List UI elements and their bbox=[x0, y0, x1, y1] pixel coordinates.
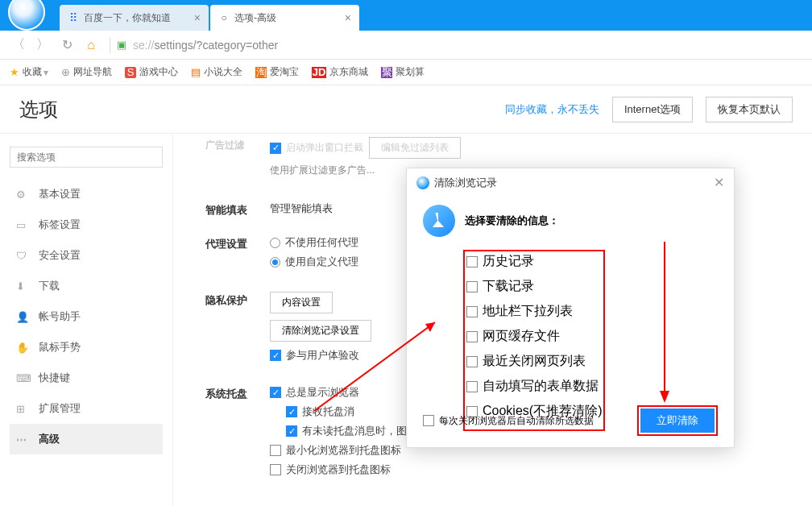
manage-smartfill-link[interactable]: 管理智能填表 bbox=[270, 202, 333, 214]
clear-history-settings-button[interactable]: 清除浏览记录设置 bbox=[270, 320, 371, 342]
broom-icon bbox=[423, 205, 455, 237]
browser-logo-icon bbox=[8, 0, 45, 31]
tab-close-icon[interactable]: × bbox=[345, 11, 351, 24]
url-field[interactable]: se://settings/?category=other bbox=[133, 39, 278, 52]
checkbox-recent-closed[interactable] bbox=[466, 356, 478, 367]
clear-history-dialog: 清除浏览记录 ✕ 选择要清除的信息： 历史记录 下载记录 地址栏下拉列表 网页缓… bbox=[406, 168, 735, 448]
sync-link[interactable]: 同步收藏，永不丢失 bbox=[505, 102, 599, 117]
clear-now-button[interactable]: 立即清除 bbox=[640, 409, 715, 433]
tabs-icon: ▭ bbox=[16, 219, 31, 231]
radio-no-proxy[interactable] bbox=[270, 238, 280, 248]
tab-title: 选项-高级 bbox=[234, 11, 276, 25]
titlebar: ⠿ 百度一下，你就知道 × ○ 选项-高级 × bbox=[0, 0, 812, 31]
checkbox-downloads[interactable] bbox=[466, 281, 478, 292]
sidebar-item-download[interactable]: ⬇下载 bbox=[10, 271, 163, 301]
checkbox-minimize-tray[interactable] bbox=[270, 445, 281, 456]
checkbox-popup[interactable] bbox=[270, 143, 281, 154]
dialog-close-button[interactable]: ✕ bbox=[714, 175, 724, 190]
edit-filter-button[interactable]: 编辑免过滤列表 bbox=[369, 137, 461, 159]
grid-icon: ⊞ bbox=[16, 403, 31, 415]
section-adfilter: 广告过滤 bbox=[205, 137, 270, 177]
sidebar-item-account[interactable]: 👤帐号助手 bbox=[10, 301, 163, 332]
shield-icon: 🛡 bbox=[16, 250, 31, 262]
checkbox-form-data[interactable] bbox=[466, 381, 478, 392]
section-proxy: 代理设置 bbox=[205, 235, 270, 274]
book-icon: ▤ bbox=[191, 66, 201, 78]
tab-baidu[interactable]: ⠿ 百度一下，你就知道 × bbox=[60, 5, 209, 31]
separator bbox=[110, 37, 110, 53]
bookmarks-bar: ★收藏 ▾ ⊕网址导航 S游戏中心 ▤小说大全 淘爱淘宝 JD京东商城 聚聚划算 bbox=[0, 60, 812, 85]
checkbox-ux[interactable] bbox=[270, 350, 281, 361]
hand-icon: ✋ bbox=[16, 342, 31, 354]
checkbox-addressbar[interactable] bbox=[466, 306, 478, 317]
page-title: 选项 bbox=[19, 97, 58, 122]
annotation-red-box-2: 立即清除 bbox=[637, 405, 718, 436]
checkbox-auto-clear[interactable] bbox=[423, 415, 434, 426]
search-input[interactable] bbox=[10, 147, 163, 168]
sidebar-item-tabs[interactable]: ▭标签设置 bbox=[10, 209, 163, 240]
url-path: settings/?category=other bbox=[154, 39, 278, 52]
tab-title: 百度一下，你就知道 bbox=[84, 11, 171, 25]
game-icon: S bbox=[125, 67, 136, 78]
sidebar-item-basic[interactable]: ⚙基本设置 bbox=[10, 179, 163, 209]
ju-icon: 聚 bbox=[381, 67, 392, 78]
bookmark-nav[interactable]: ⊕网址导航 bbox=[61, 65, 112, 79]
dialog-icon bbox=[416, 176, 429, 189]
checkbox-always-show[interactable] bbox=[270, 387, 281, 398]
checkbox-flash[interactable] bbox=[286, 425, 297, 437]
sidebar-item-shortcut[interactable]: ⌨快捷键 bbox=[10, 363, 163, 393]
reload-button[interactable]: ↻ bbox=[56, 35, 77, 56]
shield-icon: ▣ bbox=[117, 39, 126, 51]
taobao-icon: 淘 bbox=[255, 67, 267, 78]
sidebar-item-extension[interactable]: ⊞扩展管理 bbox=[10, 393, 163, 424]
keyboard-icon: ⌨ bbox=[16, 372, 31, 384]
forward-button[interactable]: 〉 bbox=[32, 35, 53, 56]
settings-favicon-icon: ○ bbox=[218, 12, 230, 23]
home-button[interactable]: ⌂ bbox=[81, 35, 102, 56]
address-bar: 〈 〉 ↻ ⌂ ▣ se://settings/?category=other bbox=[0, 31, 812, 60]
gear-icon: ⚙ bbox=[16, 189, 31, 201]
bookmark-taobao[interactable]: 淘爱淘宝 bbox=[255, 65, 299, 79]
star-icon: ★ bbox=[10, 66, 19, 78]
tabs-container: ⠿ 百度一下，你就知道 × ○ 选项-高级 × bbox=[60, 5, 361, 31]
tab-settings[interactable]: ○ 选项-高级 × bbox=[210, 5, 359, 31]
bookmark-game[interactable]: S游戏中心 bbox=[125, 65, 178, 79]
bookmark-favorites[interactable]: ★收藏 ▾ bbox=[10, 65, 48, 79]
internet-options-button[interactable]: Internet选项 bbox=[612, 97, 693, 122]
bookmark-jd[interactable]: JD京东商城 bbox=[312, 65, 368, 79]
dialog-heading: 选择要清除的信息： bbox=[465, 214, 559, 228]
jd-icon: JD bbox=[312, 67, 326, 78]
radio-custom-proxy[interactable] bbox=[270, 257, 280, 268]
more-icon: ⋯ bbox=[16, 433, 31, 446]
sidebar-item-gesture[interactable]: ✋鼠标手势 bbox=[10, 332, 163, 363]
user-icon: 👤 bbox=[16, 311, 31, 323]
annotation-red-box: 历史记录 下载记录 地址栏下拉列表 网页缓存文件 最近关闭网页列表 自动填写的表… bbox=[463, 250, 605, 431]
sidebar-item-advanced[interactable]: ⋯高级 bbox=[10, 424, 163, 454]
restore-defaults-button[interactable]: 恢复本页默认 bbox=[706, 97, 793, 122]
section-smartfill: 智能填表 bbox=[205, 201, 270, 218]
section-privacy: 隐私保护 bbox=[205, 292, 270, 367]
dialog-title: 清除浏览记录 bbox=[434, 176, 497, 190]
checkbox-history[interactable] bbox=[466, 256, 478, 268]
tab-close-icon[interactable]: × bbox=[194, 11, 201, 24]
checkbox-close-tray[interactable] bbox=[270, 464, 281, 475]
section-tray: 系统托盘 bbox=[205, 385, 270, 482]
sidebar: ⚙基本设置 ▭标签设置 🛡安全设置 ⬇下载 👤帐号助手 ✋鼠标手势 ⌨快捷键 ⊞… bbox=[0, 134, 173, 506]
auto-clear-label: 每次关闭浏览器后自动清除所选数据 bbox=[439, 414, 594, 428]
checkbox-cache[interactable] bbox=[466, 331, 478, 342]
content-settings-button[interactable]: 内容设置 bbox=[270, 292, 333, 313]
back-button[interactable]: 〈 bbox=[8, 35, 29, 56]
bookmark-ju[interactable]: 聚聚划算 bbox=[381, 65, 425, 79]
url-scheme: se:// bbox=[133, 39, 154, 52]
checkbox-receive-tray[interactable] bbox=[286, 406, 297, 417]
page-header: 选项 同步收藏，永不丢失 Internet选项 恢复本页默认 bbox=[0, 85, 812, 134]
globe-icon: ⊕ bbox=[61, 66, 70, 78]
bookmark-novel[interactable]: ▤小说大全 bbox=[191, 65, 242, 79]
paw-icon: ⠿ bbox=[68, 12, 79, 23]
download-icon: ⬇ bbox=[16, 280, 31, 292]
sidebar-item-security[interactable]: 🛡安全设置 bbox=[10, 240, 163, 271]
